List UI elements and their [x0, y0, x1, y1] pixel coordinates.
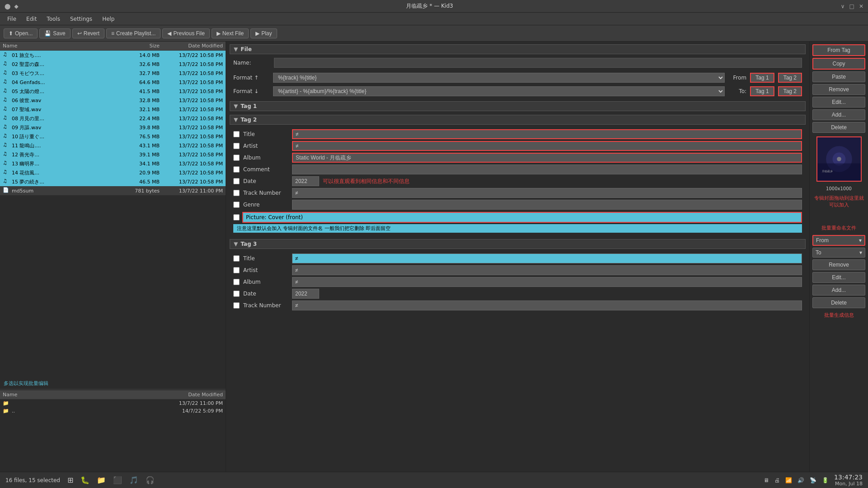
tag3-artist-checkbox[interactable] [233, 267, 240, 273]
file-section-header[interactable]: ▼ File [230, 44, 806, 54]
tag2-artist-input[interactable] [292, 141, 802, 151]
tag2-date-input[interactable] [292, 176, 319, 186]
file-name: 07 聖域.wav [12, 106, 123, 113]
tag2-album-input[interactable] [292, 153, 802, 163]
tag3-album-input[interactable] [292, 277, 802, 287]
network-icon[interactable]: 📶 [785, 477, 792, 483]
tag2-genre-input[interactable] [292, 200, 802, 210]
tag3-track-row: Track Number [233, 300, 802, 311]
menu-edit[interactable]: Edit [22, 14, 41, 23]
music-icon[interactable]: 🎵 [129, 476, 138, 484]
tag2-track-input[interactable] [292, 188, 802, 198]
from-tag-button[interactable]: From Tag [812, 44, 865, 56]
format-up-tag1-btn[interactable]: Tag 1 [750, 73, 774, 83]
delete2-button[interactable]: Delete [812, 297, 865, 308]
tag3-title-row: Title [233, 253, 802, 264]
file-row[interactable]: ♫ 08 月見の里... 22.4 MB 13/7/22 10:58 PM [0, 114, 226, 123]
save-button[interactable]: 💾 Save [39, 28, 70, 38]
file-row[interactable]: ♫ 14 花信風... 20.9 MB 13/7/22 10:58 PM [0, 168, 226, 177]
tag3-track-input[interactable] [292, 300, 802, 310]
folder-row[interactable]: 📁 .. 14/7/22 5:09 PM [0, 407, 226, 415]
name-input[interactable] [274, 58, 802, 68]
tag3-title-input[interactable] [292, 253, 802, 263]
tag2-title-input[interactable] [292, 129, 802, 139]
bluetooth-icon[interactable]: 📡 [810, 477, 816, 483]
tag3-section-header[interactable]: ▼ Tag 3 [230, 239, 806, 249]
file-row[interactable]: ♫ 11 龍鳴山.... 43.1 MB 13/7/22 10:58 PM [0, 141, 226, 150]
bug-icon[interactable]: 🐛 [80, 476, 90, 484]
folder-row[interactable]: 📁 13/7/22 11:00 PM [0, 399, 226, 407]
create-playlist-button[interactable]: ≡ Create Playlist... [106, 28, 160, 38]
file-row[interactable]: ♫ 06 彼世.wav 32.8 MB 13/7/22 10:58 PM [0, 96, 226, 105]
tag2-title-checkbox[interactable] [233, 131, 240, 137]
tag2-genre-checkbox[interactable] [233, 202, 240, 208]
tag2-date-checkbox[interactable] [233, 178, 240, 184]
format-up-tag2-btn[interactable]: Tag 2 [778, 73, 802, 83]
menu-help[interactable]: Help [98, 14, 119, 23]
battery-icon[interactable]: 🔋 [822, 477, 829, 483]
tag2-comment-checkbox[interactable] [233, 166, 240, 173]
kid3-icon[interactable]: 🎧 [146, 476, 155, 484]
tag3-artist-input[interactable] [292, 265, 802, 275]
generate-annot: 批量生成信息 [812, 312, 865, 319]
file-row[interactable]: ♫ 05 太陽の燈... 41.5 MB 13/7/22 10:58 PM [0, 87, 226, 96]
tag2-album-checkbox[interactable] [233, 155, 240, 161]
format-down-select[interactable]: %{artist} - %{album}/%{track} %{title} [273, 86, 725, 96]
edit2-button[interactable]: Edit... [812, 272, 865, 283]
file-row[interactable]: ♫ 02 聖霊の森... 32.6 MB 13/7/22 10:58 PM [0, 60, 226, 69]
copy-button[interactable]: Copy [812, 58, 865, 70]
menu-file[interactable]: File [3, 14, 21, 23]
file-row[interactable]: ♫ 03 モビウス... 32.7 MB 13/7/22 10:58 PM [0, 69, 226, 78]
paste-button[interactable]: Paste [812, 71, 865, 82]
tag2-section-header[interactable]: ▼ Tag 2 [230, 115, 806, 125]
file-row[interactable]: ♫ 10 語り重ぐ... 76.5 MB 13/7/22 10:58 PM [0, 132, 226, 141]
file-row[interactable]: ♫ 13 幽明界... 34.1 MB 13/7/22 10:58 PM [0, 159, 226, 168]
next-file-button[interactable]: ▶ Next File [212, 28, 249, 38]
file-row[interactable]: ♫ 04 Genfads... 64.6 MB 13/7/22 10:58 PM [0, 78, 226, 87]
tag2-track-checkbox[interactable] [233, 190, 240, 196]
tag2-picture-checkbox[interactable] [233, 214, 240, 221]
print-icon[interactable]: 🖨 [774, 477, 780, 483]
prev-file-button[interactable]: ◀ Previous File [162, 28, 209, 38]
open-button[interactable]: ⬆ Open... [4, 28, 38, 38]
format-down-tag2-btn[interactable]: Tag 2 [778, 86, 802, 96]
tag2-comment-input[interactable] [292, 164, 802, 174]
file-date: 13/7/22 10:58 PM [160, 152, 223, 158]
format-down-tag1-btn[interactable]: Tag 1 [750, 86, 774, 96]
chevron-down-icon[interactable]: ∨ [841, 3, 845, 9]
from-button[interactable]: From ▾ [812, 235, 865, 246]
files-icon[interactable]: 📁 [97, 476, 106, 484]
remove-button[interactable]: Remove [812, 84, 865, 95]
add2-button[interactable]: Add... [812, 285, 865, 296]
expand-icon[interactable]: □ [849, 3, 854, 9]
tag1-section: ▼ Tag 1 [230, 101, 806, 111]
remove2-button[interactable]: Remove [812, 259, 865, 270]
apps-icon[interactable]: ⊞ [67, 476, 73, 484]
file-row[interactable]: ♫ 01 旅立ち.... 14.0 MB 13/7/22 10:58 PM [0, 51, 226, 60]
volume-icon[interactable]: 🔊 [797, 477, 804, 483]
add-button[interactable]: Add... [812, 109, 865, 120]
edit-button[interactable]: Edit... [812, 97, 865, 108]
tag1-section-header[interactable]: ▼ Tag 1 [230, 101, 806, 111]
tag2-artist-checkbox[interactable] [233, 143, 240, 149]
tag3-album-checkbox[interactable] [233, 279, 240, 285]
file-row[interactable]: ♫ 12 善光寺... 39.1 MB 13/7/22 10:58 PM [0, 150, 226, 159]
delete-button[interactable]: Delete [812, 122, 865, 133]
monitor-icon[interactable]: 🖥 [764, 477, 769, 483]
revert-button[interactable]: ↩ Revert [72, 28, 104, 38]
to-button[interactable]: To ▾ [812, 248, 865, 258]
menu-tools[interactable]: Tools [42, 14, 65, 23]
menu-settings[interactable]: Settings [66, 14, 97, 23]
close-icon[interactable]: ✕ [859, 3, 863, 9]
terminal-icon[interactable]: ⬛ [113, 476, 122, 484]
tag3-track-checkbox[interactable] [233, 302, 240, 309]
file-row[interactable]: ♫ 09 月謳.wav 39.8 MB 13/7/22 10:58 PM [0, 123, 226, 132]
file-row[interactable]: ♫ 07 聖域.wav 32.1 MB 13/7/22 10:58 PM [0, 105, 226, 114]
play-button[interactable]: ▶ Play [250, 28, 277, 38]
format-up-select[interactable]: %{track} %{title} [273, 73, 725, 83]
tag3-date-input[interactable] [292, 289, 319, 299]
tag3-title-checkbox[interactable] [233, 255, 240, 262]
file-row[interactable]: 📄 md5sum 781 bytes 13/7/22 11:00 PM [0, 186, 226, 195]
file-row[interactable]: ♫ 15 夢の続き... 46.5 MB 13/7/22 10:58 PM [0, 177, 226, 186]
tag3-date-checkbox[interactable] [233, 291, 240, 297]
